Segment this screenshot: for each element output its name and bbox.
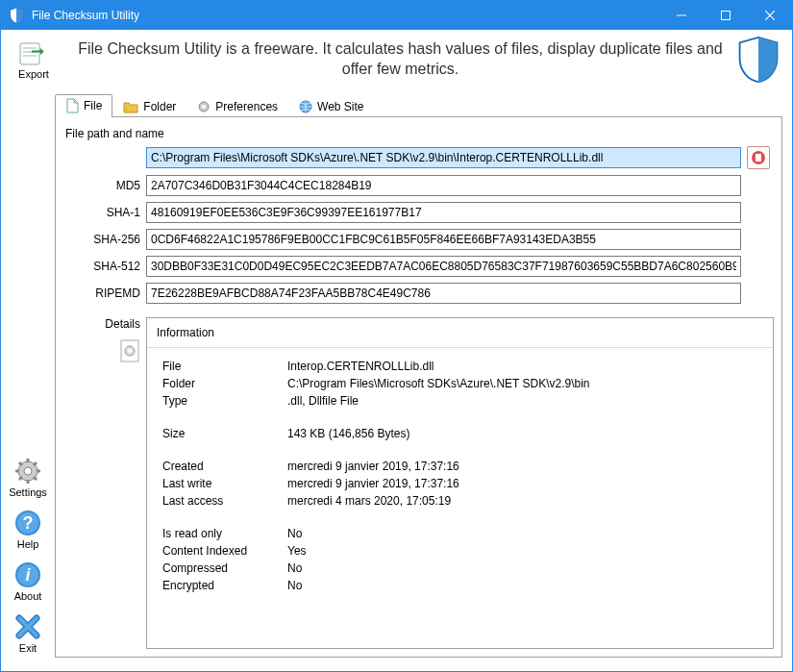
svg-point-9 (24, 467, 32, 475)
tagline: File Checksum Utility is a freeware. It … (66, 39, 734, 80)
info-created-val: mercredi 9 janvier 2019, 17:37:16 (287, 460, 757, 473)
path-input[interactable] (146, 147, 741, 168)
help-button[interactable]: ? Help (14, 510, 41, 550)
shield-logo-icon (734, 36, 782, 84)
sidebar: Settings ? Help i About Exit (1, 87, 55, 665)
top-row: Export File Checksum Utility is a freewa… (1, 30, 792, 87)
exit-label: Exit (19, 642, 37, 654)
svg-line-16 (19, 477, 22, 480)
info-type-key: Type (162, 394, 287, 408)
svg-point-25 (202, 105, 206, 109)
tab-file[interactable]: File (55, 94, 112, 117)
info-encrypted-val: No (287, 579, 757, 592)
info-file-val: Interop.CERTENROLLLib.dll (287, 360, 757, 373)
info-size-key: Size (162, 427, 287, 440)
sha256-input[interactable] (146, 229, 741, 250)
tab-folder[interactable]: Folder (112, 96, 186, 116)
info-readonly-key: Is read only (162, 527, 287, 540)
info-lastwrite-val: mercredi 9 janvier 2019, 17:37:16 (287, 477, 757, 490)
page-gear-icon (119, 338, 140, 363)
tab-bar: File Folder Preferences Web Site (55, 91, 782, 116)
export-button[interactable]: Export (11, 39, 57, 80)
svg-rect-28 (756, 154, 761, 162)
export-icon (18, 39, 49, 66)
tab-file-label: File (84, 99, 102, 112)
path-label: File path and name (63, 127, 774, 140)
ripemd-label: RIPEMD (63, 286, 140, 300)
browse-button[interactable] (747, 146, 770, 169)
sha1-label: SHA-1 (63, 206, 140, 219)
tab-preferences-label: Preferences (215, 100, 278, 113)
exit-button[interactable]: Exit (14, 613, 41, 654)
info-icon: i (14, 561, 41, 588)
tab-panel-file: File path and name MD5 SHA-1 SHA-256 SHA… (55, 116, 782, 658)
info-type-val: .dll, Dllfile File (287, 394, 757, 408)
svg-point-31 (128, 349, 132, 353)
app-icon (9, 7, 24, 24)
sha1-input[interactable] (146, 202, 741, 223)
ripemd-input[interactable] (146, 283, 741, 304)
window-title: File Checksum Utility (32, 9, 659, 22)
tab-folder-label: Folder (143, 100, 176, 113)
md5-input[interactable] (146, 175, 741, 196)
file-icon (65, 98, 79, 113)
svg-line-15 (34, 477, 37, 480)
info-size-val: 143 KB (146,856 Bytes) (287, 427, 757, 440)
info-indexed-key: Content Indexed (162, 544, 287, 558)
svg-rect-4 (20, 43, 39, 64)
tab-preferences[interactable]: Preferences (186, 96, 288, 116)
info-compressed-key: Compressed (162, 561, 287, 575)
info-folder-val: C:\Program Files\Microsoft SDKs\Azure\.N… (287, 377, 757, 390)
gear-small-icon (197, 100, 211, 113)
info-heading: Information (147, 318, 773, 348)
title-bar: File Checksum Utility (1, 1, 792, 30)
globe-icon (299, 100, 312, 113)
info-created-key: Created (162, 460, 287, 473)
close-button[interactable] (748, 1, 792, 30)
folder-icon (123, 100, 138, 113)
info-lastwrite-key: Last write (162, 477, 287, 490)
about-label: About (14, 590, 42, 602)
info-indexed-val: Yes (287, 544, 757, 558)
svg-line-17 (34, 462, 37, 465)
info-compressed-val: No (287, 561, 757, 575)
help-icon: ? (14, 510, 41, 536)
sha256-label: SHA-256 (63, 233, 140, 246)
info-scroll[interactable]: File Interop.CERTENROLLLib.dll Folder C:… (147, 348, 773, 648)
svg-rect-1 (722, 12, 731, 20)
tab-website-label: Web Site (317, 100, 363, 113)
browse-icon (751, 150, 766, 165)
svg-text:?: ? (23, 513, 34, 533)
close-icon (14, 613, 41, 640)
info-lastaccess-val: mercredi 4 mars 2020, 17:05:19 (287, 494, 757, 508)
info-folder-key: Folder (162, 377, 287, 390)
help-label: Help (17, 538, 39, 550)
sha512-input[interactable] (146, 256, 741, 277)
info-encrypted-key: Encrypted (162, 579, 287, 592)
details-label: Details (63, 317, 140, 331)
settings-button[interactable]: Settings (9, 458, 47, 498)
gear-icon (14, 458, 41, 485)
export-label: Export (18, 68, 49, 80)
details-settings-button[interactable] (119, 338, 140, 363)
about-button[interactable]: i About (14, 561, 42, 602)
maximize-button[interactable] (704, 1, 748, 30)
sha512-label: SHA-512 (63, 260, 140, 273)
info-file-key: File (162, 360, 287, 373)
main-panel: File Folder Preferences Web Site File pa… (55, 87, 792, 665)
info-box: Information File Interop.CERTENROLLLib.d… (146, 317, 774, 649)
svg-line-14 (19, 462, 22, 465)
info-readonly-val: No (287, 527, 757, 540)
minimize-button[interactable] (659, 1, 704, 30)
info-lastaccess-key: Last access (162, 494, 287, 508)
md5-label: MD5 (63, 179, 140, 192)
tab-website[interactable]: Web Site (288, 96, 374, 116)
settings-label: Settings (9, 486, 47, 498)
